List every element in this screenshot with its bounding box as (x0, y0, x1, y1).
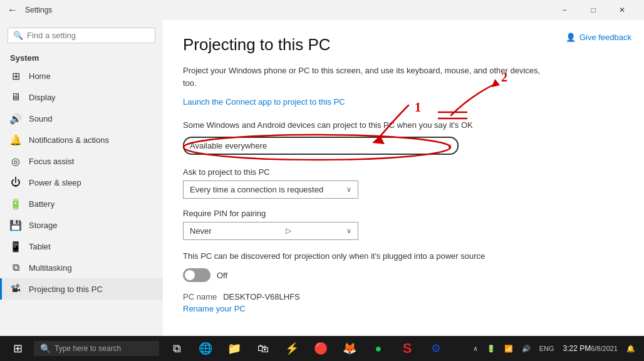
taskbar-network-icon[interactable]: 📶 (501, 336, 517, 361)
sidebar-item-focus-label: Focus assist (29, 157, 74, 166)
sidebar-item-multitasking[interactable]: ⧉ Multitasking (0, 257, 163, 278)
taskbar-store[interactable]: 🛍 (249, 336, 277, 361)
taskbar-chrome[interactable]: ● (365, 336, 392, 361)
sidebar-item-notifications[interactable]: 🔔 Notifications & actions (0, 129, 163, 150)
sidebar-search-container[interactable]: 🔍 (8, 28, 155, 43)
power-icon: ⏻ (10, 177, 21, 188)
title-bar-left: ← Settings (8, 4, 52, 16)
available-everywhere-value: Available everywhere (190, 141, 267, 150)
sidebar: 🔍 System ⊞ Home 🖥 Display 🔊 Sound 🔔 Noti… (0, 20, 163, 336)
app-body: 🔍 System ⊞ Home 🖥 Display 🔊 Sound 🔔 Noti… (0, 20, 644, 336)
sidebar-item-power-label: Power & sleep (29, 178, 81, 187)
sidebar-item-notifications-label: Notifications & actions (29, 135, 109, 145)
sidebar-item-display-label: Display (29, 93, 56, 102)
toggle-thumb (185, 270, 195, 280)
taskbar-lang[interactable]: ENG (536, 336, 558, 361)
require-pin-dropdown[interactable]: Never ▷ ∨ (183, 222, 358, 240)
start-button[interactable]: ⊞ (3, 336, 33, 361)
sidebar-item-sound-label: Sound (29, 114, 53, 123)
rename-pc-link[interactable]: Rename your PC (183, 304, 246, 313)
tablet-icon: 📱 (10, 241, 21, 252)
search-input[interactable] (27, 31, 150, 40)
taskbar-notification[interactable]: 🔔 (623, 336, 639, 361)
taskbar-icons: ⧉ 🌐 📁 🛍 ⚡ 🔴 🦊 ● S ⚙ (163, 336, 450, 361)
taskbar-task-view[interactable]: ⧉ (163, 336, 190, 361)
pc-info: PC name DESKTOP-V68LHFS Rename your PC (183, 292, 619, 313)
sidebar-item-home-label: Home (29, 71, 51, 81)
sidebar-item-projecting[interactable]: 📽 Projecting to this PC (0, 278, 163, 300)
power-source-description: This PC can be discovered for projection… (183, 250, 546, 263)
multitasking-icon: ⧉ (10, 262, 21, 273)
page-description: Project your Windows phone or PC to this… (183, 65, 546, 89)
available-dropdown-description: Some Windows and Android devices can pro… (183, 119, 546, 132)
ask-to-project-dropdown[interactable]: Every time a connection is requested ∨ (183, 180, 358, 199)
dropdown-arrow-ask-icon: ∨ (346, 186, 351, 194)
feedback-icon: 👤 (566, 33, 576, 42)
sidebar-item-battery-label: Battery (29, 199, 55, 209)
sound-icon: 🔊 (10, 113, 21, 124)
title-bar-controls: − □ ✕ (550, 0, 636, 20)
available-everywhere-dropdown[interactable]: Available everywhere ∨ (183, 137, 459, 155)
sidebar-item-power[interactable]: ⏻ Power & sleep (0, 172, 163, 193)
sidebar-item-display[interactable]: 🖥 Display (0, 86, 163, 108)
cursor-indicator: ▷ (286, 226, 291, 235)
taskbar-eng-label: ENG (539, 345, 554, 352)
taskbar-search[interactable]: 🔍 Type here to search (34, 341, 159, 356)
taskbar-battery-icon[interactable]: 🔋 (483, 336, 499, 361)
feedback-area[interactable]: 👤 Give feedback (566, 33, 631, 42)
taskbar-explorer[interactable]: 📁 (221, 336, 248, 361)
sidebar-item-focus[interactable]: ◎ Focus assist (0, 150, 163, 172)
taskbar-edge[interactable]: 🌐 (192, 336, 219, 361)
power-source-toggle[interactable] (183, 268, 210, 282)
notifications-icon: 🔔 (10, 134, 21, 145)
pc-name-value: DESKTOP-V68LHFS (223, 292, 300, 301)
pc-name-row: PC name DESKTOP-V68LHFS (183, 292, 619, 301)
taskbar-search-icon: 🔍 (40, 343, 51, 353)
taskbar-app-lightning[interactable]: ⚡ (278, 336, 306, 361)
close-button[interactable]: ✕ (608, 0, 636, 20)
focus-icon: ◎ (10, 155, 21, 167)
search-icon: 🔍 (13, 31, 23, 40)
content-area: 👤 Give feedback Projecting to this PC Pr… (163, 20, 644, 336)
taskbar-app-red2[interactable]: S (393, 336, 421, 361)
home-icon: ⊞ (10, 70, 21, 81)
ask-to-project-value: Every time a connection is requested (190, 185, 323, 194)
power-source-toggle-row: Off (183, 268, 619, 282)
launch-connect-link[interactable]: Launch the Connect app to project to thi… (183, 97, 345, 107)
toggle-off-label: Off (217, 271, 227, 280)
page-title: Projecting to this PC (183, 35, 619, 55)
clock-date: 6/8/2021 (591, 345, 618, 352)
pc-name-label: PC name (183, 292, 217, 301)
taskbar-firefox[interactable]: 🦊 (336, 336, 363, 361)
taskbar: ⊞ 🔍 Type here to search ⧉ 🌐 📁 🛍 ⚡ 🔴 🦊 ● … (0, 336, 644, 361)
dropdown-arrow-pin-icon: ∨ (346, 227, 351, 235)
minimize-button[interactable]: − (550, 0, 579, 20)
back-button[interactable]: ← (8, 4, 18, 16)
display-icon: 🖥 (10, 92, 21, 103)
feedback-label: Give feedback (579, 33, 631, 42)
taskbar-clock[interactable]: 3:22 PM 6/8/2021 (559, 336, 621, 361)
require-pin-label: Require PIN for pairing (183, 209, 619, 218)
sidebar-section-title: System (0, 48, 163, 65)
sidebar-item-tablet-label: Tablet (29, 242, 51, 251)
sidebar-item-home[interactable]: ⊞ Home (0, 65, 163, 86)
taskbar-volume-icon[interactable]: 🔊 (518, 336, 534, 361)
title-bar-title: Settings (25, 6, 52, 14)
storage-icon: 💾 (10, 219, 21, 231)
taskbar-right: ∧ 🔋 📶 🔊 ENG 3:22 PM 6/8/2021 🔔 (469, 336, 641, 361)
sidebar-item-storage[interactable]: 💾 Storage (0, 214, 163, 236)
taskbar-chevron[interactable]: ∧ (469, 336, 482, 361)
sidebar-item-multitasking-label: Multitasking (29, 263, 72, 273)
projecting-icon: 📽 (10, 283, 21, 295)
title-bar: ← Settings − □ ✕ (0, 0, 644, 20)
taskbar-app-blue[interactable]: ⚙ (422, 336, 450, 361)
sidebar-item-projecting-label: Projecting to this PC (29, 285, 103, 294)
battery-icon: 🔋 (10, 198, 21, 209)
ask-to-project-label: Ask to project to this PC (183, 167, 619, 177)
require-pin-value: Never (190, 226, 212, 236)
sidebar-item-tablet[interactable]: 📱 Tablet (0, 236, 163, 257)
taskbar-app-red1[interactable]: 🔴 (307, 336, 335, 361)
maximize-button[interactable]: □ (579, 0, 608, 20)
sidebar-item-sound[interactable]: 🔊 Sound (0, 108, 163, 129)
sidebar-item-battery[interactable]: 🔋 Battery (0, 193, 163, 214)
